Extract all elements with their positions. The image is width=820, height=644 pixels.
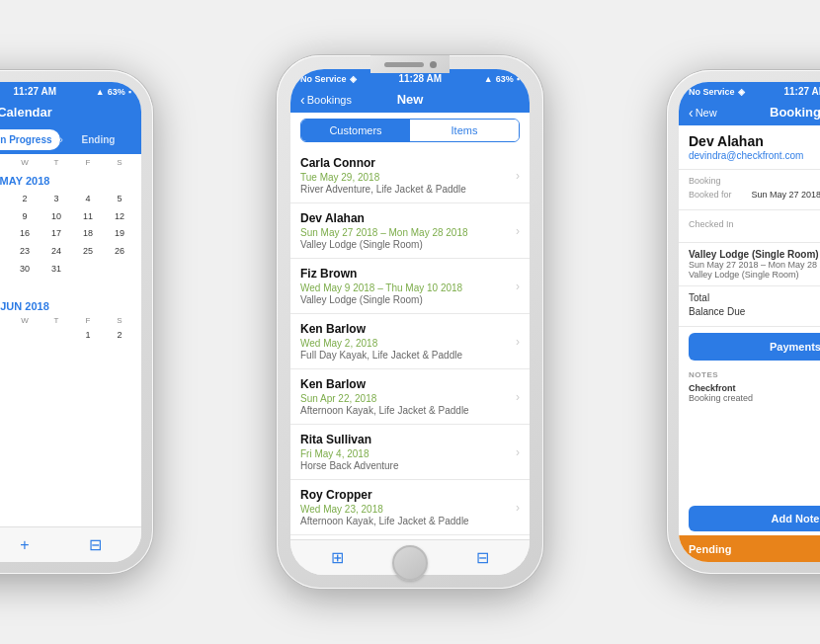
cal-day[interactable]: 16 (9, 225, 41, 243)
booking-name: Carla Connor (300, 156, 516, 170)
booking-item-content: Fiz Brown Wed May 9 2018 – Thu May 10 20… (300, 267, 516, 305)
center-camera (430, 61, 437, 68)
booking-item-content: Rita Sullivan Fri May 4, 2018 Horse Back… (300, 433, 516, 471)
cal-day[interactable]: 26 (104, 243, 135, 261)
right-back-label: New (696, 107, 717, 119)
cal-day[interactable]: 5 (104, 191, 135, 208)
center-filter-icon[interactable]: ⊟ (476, 548, 489, 567)
booking-chevron-icon: › (516, 501, 520, 515)
segment-customers[interactable]: Customers (301, 120, 410, 141)
customer-email: devindra@checkfront.com (689, 150, 820, 161)
product-info: Valley Lodge (Single Room) (1) Sun May 2… (689, 249, 820, 280)
booking-list-screen: No Service ◈ 11:28 AM ▲ 63% ▪ ‹ Bookings (290, 69, 530, 575)
booking-list-item[interactable]: Dev Alahan Sun May 27 2018 – Mon May 28 … (290, 203, 530, 259)
cal-day[interactable]: 17 (41, 225, 72, 243)
left-nav-title: Calendar (0, 105, 72, 120)
booking-name: Roy Cropper (300, 488, 516, 502)
cal-day[interactable]: 18 (72, 225, 104, 243)
cal-day[interactable]: 10 (41, 208, 72, 226)
filter-ending[interactable]: Ending (63, 129, 133, 150)
cal-day[interactable]: 2 (104, 327, 135, 345)
cal-day[interactable]: 1 (0, 191, 9, 208)
booking-desc: Afternoon Kayak, Life Jacket & Paddle (300, 516, 516, 526)
cal-day (9, 327, 41, 345)
right-nav-title: Booking (748, 105, 820, 120)
pending-label: Pending (689, 543, 820, 555)
payments-button[interactable]: Payments (689, 333, 820, 361)
center-phone: No Service ◈ 11:28 AM ▲ 63% ▪ ‹ Bookings (277, 55, 543, 589)
cal-day[interactable]: 30 (9, 261, 41, 293)
cal-day[interactable]: 4 (72, 191, 104, 208)
cal-day (104, 261, 135, 293)
cal-day[interactable]: 15 (0, 225, 9, 243)
calendar-screen: No Service ◈ 11:27 AM ▲ 63% ▪ ‹ Bookings (0, 82, 141, 562)
balance-label: Balance Due (689, 306, 745, 317)
cal-day[interactable]: 12 (104, 208, 135, 226)
left-bottom-toolbar: ⊞ + ⊟ (0, 526, 141, 562)
cal-day[interactable]: 31 (41, 261, 72, 293)
center-carrier: No Service (300, 74, 347, 84)
booking-desc: Afternoon Kayak, Life Jacket & Paddle (300, 405, 516, 416)
cal-day[interactable]: 22 (0, 243, 9, 261)
booking-list-item[interactable]: Fiz Brown Wed May 9 2018 – Thu May 10 20… (290, 259, 530, 314)
booking-item-content: Roy Cropper Wed May 23, 2018 Afternoon K… (300, 488, 516, 526)
booking-list-item[interactable]: Ken Barlow Sun Apr 22, 2018 Afternoon Ka… (290, 369, 530, 425)
cal-day[interactable]: 11 (72, 208, 104, 226)
segment-items[interactable]: Items (410, 120, 519, 141)
booking-desc: Valley Lodge (Single Room) (300, 239, 516, 250)
filter-in-progress[interactable]: In Progress (0, 129, 60, 150)
booking-list-item[interactable]: Roy Cropper Wed May 23, 2018 Afternoon K… (290, 480, 530, 535)
booking-item-content: Carla Connor Tue May 29, 2018 River Adve… (300, 156, 516, 195)
center-grid-icon[interactable]: ⊞ (331, 548, 344, 567)
notes-section: NOTES Checkfront Tue Apr 17, 2018 Bookin… (679, 366, 820, 502)
booking-desc: Valley Lodge (Single Room) (300, 294, 516, 305)
left-filter-icon[interactable]: ⊟ (89, 535, 102, 554)
center-back-label: Bookings (307, 94, 352, 106)
cal-day (41, 327, 72, 345)
customer-name: Dev Alahan (689, 133, 820, 149)
cal-day[interactable]: 2 (9, 191, 41, 208)
left-battery: 63% (108, 87, 125, 97)
booking-chevron-icon: › (516, 280, 520, 293)
booking-list-item[interactable]: Ken Barlow Wed May 2, 2018 Full Day Kaya… (290, 314, 530, 369)
booking-desc: River Adventure, Life Jacket & Paddle (300, 184, 516, 195)
note-text: Booking created (689, 393, 820, 403)
booking-info-section: Booking PBAD-170418 Booked for Sun May 2… (679, 170, 820, 210)
jun-dow: S M T W T F S (0, 316, 135, 325)
booking-date: Tue May 29, 2018 (300, 172, 516, 183)
booked-for-row: Booked for Sun May 27 2018 – Mon May 28 … (689, 190, 820, 200)
detail-totals: Total $324.00 Balance Due $324.00 (679, 286, 820, 327)
add-note-button[interactable]: Add Note (689, 506, 820, 531)
segment-control: Customers Items (300, 119, 520, 142)
booking-list-item[interactable]: Rita Sullivan Fri May 4, 2018 Horse Back… (290, 425, 530, 480)
note-meta: Checkfront Tue Apr 17, 2018 (689, 383, 820, 393)
jun-calendar-grid: 12 (0, 327, 135, 345)
balance-row: Balance Due $324.00 (689, 306, 820, 317)
cal-day[interactable]: 291 (0, 261, 9, 293)
center-wifi-icon: ◈ (350, 74, 357, 84)
note-item: Checkfront Tue Apr 17, 2018 Booking crea… (689, 383, 820, 403)
may-calendar-grid: 1234567891011121314151617181920212223242… (0, 191, 135, 292)
cal-day[interactable]: 9 (9, 208, 41, 226)
cal-day[interactable]: 19 (104, 225, 135, 243)
cal-day[interactable]: 3 (41, 191, 72, 208)
cal-day[interactable]: 24 (41, 243, 72, 261)
booking-date: Wed May 2, 2018 (300, 338, 516, 349)
cal-day[interactable]: 23 (9, 243, 41, 261)
left-status-bar: No Service ◈ 11:27 AM ▲ 63% ▪ (0, 82, 141, 99)
booking-list-item[interactable]: Carla Connor Tue May 29, 2018 River Adve… (290, 148, 530, 203)
booking-item-content: Dev Alahan Sun May 27 2018 – Mon May 28 … (300, 211, 516, 250)
cal-day[interactable]: 8 (0, 208, 9, 226)
center-nav-back[interactable]: ‹ Bookings (300, 93, 360, 107)
left-add-icon[interactable]: + (20, 536, 29, 554)
center-nav-bar: ‹ Bookings New (290, 86, 530, 113)
booking-detail-screen: No Service ◈ 11:27 AM ▲ 63% ▪ ‹ New (679, 82, 820, 562)
center-home-button[interactable] (392, 545, 428, 581)
total-row: Total $324.00 (689, 292, 820, 303)
checked-in-label: Checked In (689, 219, 734, 229)
right-wifi-icon: ◈ (738, 87, 745, 97)
cal-day[interactable]: 1 (72, 327, 104, 345)
cal-day[interactable]: 25 (72, 243, 104, 261)
right-nav-back[interactable]: ‹ New (689, 106, 748, 120)
product-row: Valley Lodge (Single Room) (1) Sun May 2… (679, 243, 820, 286)
